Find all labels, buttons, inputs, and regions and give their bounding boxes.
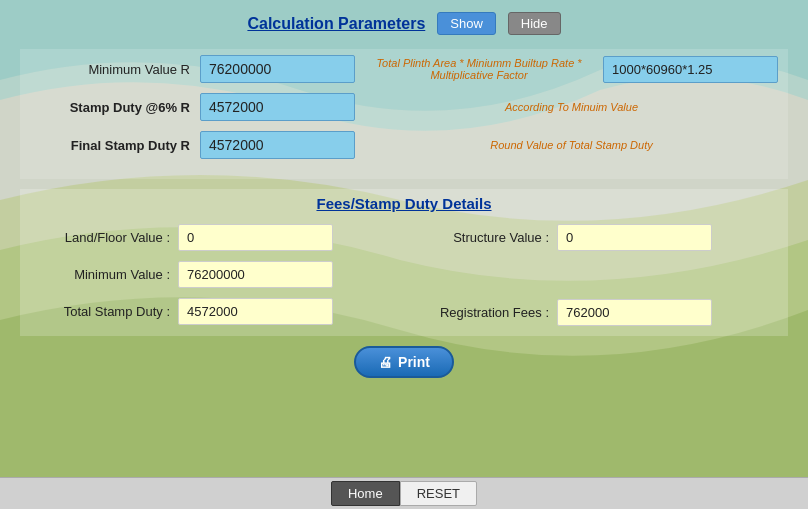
registration-row: Registration Fees : — [419, 299, 768, 326]
minimum-value-row: Minimum Value R Total Plinth Area * Mini… — [30, 55, 778, 83]
fees-title: Fees/Stamp Duty Details — [40, 195, 768, 212]
registration-label: Registration Fees : — [419, 305, 549, 320]
land-floor-input[interactable] — [178, 224, 333, 251]
structure-row: Structure Value : — [419, 224, 768, 251]
minimum-value-formula-input[interactable] — [603, 56, 778, 83]
fees-right-col: Structure Value : Registration Fees : — [419, 224, 768, 326]
hide-button[interactable]: Hide — [508, 12, 561, 35]
home-button[interactable]: Home — [331, 481, 400, 506]
footer: Home RESET — [0, 477, 808, 509]
stamp-duty-desc: According To Minuim Value — [365, 101, 778, 113]
stamp-duty-row: Stamp Duty @6% R According To Minuim Val… — [30, 93, 778, 121]
fees-grid: Land/Floor Value : Minimum Value : Total… — [40, 224, 768, 326]
show-button[interactable]: Show — [437, 12, 496, 35]
structure-input[interactable] — [557, 224, 712, 251]
minimum-fees-row: Minimum Value : — [40, 261, 389, 288]
fees-section: Fees/Stamp Duty Details Land/Floor Value… — [20, 189, 788, 336]
minimum-value-input[interactable] — [200, 55, 355, 83]
final-stamp-duty-row: Final Stamp Duty R Round Value of Total … — [30, 131, 778, 159]
total-stamp-input[interactable] — [178, 298, 333, 325]
final-stamp-duty-desc: Round Value of Total Stamp Duty — [365, 139, 778, 151]
minimum-value-label: Minimum Value R — [30, 62, 190, 77]
calc-params-section: Minimum Value R Total Plinth Area * Mini… — [20, 49, 788, 179]
registration-input[interactable] — [557, 299, 712, 326]
print-row: 🖨 Print — [20, 346, 788, 378]
print-button[interactable]: 🖨 Print — [354, 346, 454, 378]
page-title: Calculation Parameters — [247, 15, 425, 33]
header-row: Calculation Parameters Show Hide — [20, 12, 788, 35]
stamp-duty-input[interactable] — [200, 93, 355, 121]
reset-button[interactable]: RESET — [400, 481, 477, 506]
stamp-duty-label: Stamp Duty @6% R — [30, 100, 190, 115]
minimum-fees-label: Minimum Value : — [40, 267, 170, 282]
final-stamp-duty-input[interactable] — [200, 131, 355, 159]
structure-label: Structure Value : — [419, 230, 549, 245]
land-floor-row: Land/Floor Value : — [40, 224, 389, 251]
fees-left-col: Land/Floor Value : Minimum Value : Total… — [40, 224, 389, 326]
total-stamp-label: Total Stamp Duty : — [40, 304, 170, 319]
printer-icon: 🖨 — [378, 354, 392, 370]
total-stamp-row: Total Stamp Duty : — [40, 298, 389, 325]
minimum-fees-input[interactable] — [178, 261, 333, 288]
final-stamp-duty-label: Final Stamp Duty R — [30, 138, 190, 153]
land-floor-label: Land/Floor Value : — [40, 230, 170, 245]
minimum-value-desc: Total Plinth Area * Miniumm Builtup Rate… — [365, 57, 593, 81]
